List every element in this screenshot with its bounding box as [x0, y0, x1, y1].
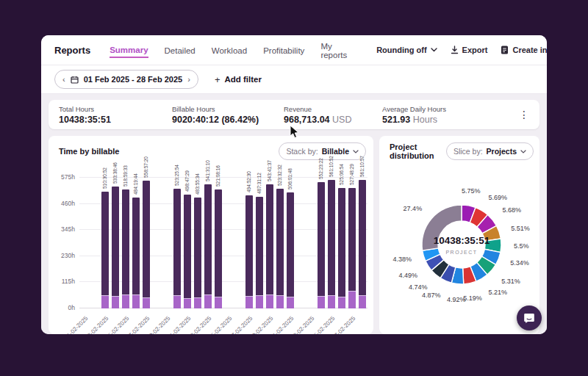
bar-billable-segment[interactable] — [194, 198, 201, 297]
bar-value-label: 518:59:33 — [123, 153, 129, 187]
bar-nonbillable-segment[interactable] — [359, 295, 366, 308]
donut-slice-label: 5.19% — [463, 294, 482, 302]
donut-center-label: PROJECT — [445, 250, 477, 255]
chat-bubble-icon — [523, 312, 535, 324]
donut-slice-label: 4.49% — [399, 272, 418, 279]
bar-billable-segment[interactable] — [328, 180, 335, 295]
bar-value-label: 506:01:48 — [287, 156, 293, 189]
donut-slice-label: 5.21% — [489, 289, 508, 296]
bar-billable-segment[interactable] — [359, 180, 366, 295]
bar-nonbillable-segment[interactable] — [173, 295, 181, 308]
stat-label: Average Daily Hours — [382, 105, 446, 113]
bar-chart-plot: 0h115h230h345h460h575h510:30:52533:38:46… — [49, 136, 373, 334]
bar-value-label: 561:10:57 — [359, 143, 365, 177]
donut-slice-label: 5.31% — [501, 278, 520, 285]
bar-billable-segment[interactable] — [132, 198, 140, 294]
export-label: Export — [462, 46, 488, 54]
bar-billable-segment[interactable] — [112, 187, 119, 296]
bar-billable-segment[interactable] — [348, 188, 356, 291]
bar-nonbillable-segment[interactable] — [245, 296, 253, 308]
donut-center-value: 10438:35:51 — [434, 235, 490, 246]
bar-billable-segment[interactable] — [101, 192, 109, 295]
bar-value-label: 561:10:52 — [329, 143, 334, 177]
bar-value-label: 523:32:32 — [277, 152, 283, 186]
bar-nonbillable-segment[interactable] — [266, 294, 273, 308]
add-filter-label: Add filter — [224, 75, 261, 84]
bar-value-label: 484:19:44 — [133, 161, 139, 195]
bar-billable-segment[interactable] — [204, 184, 212, 294]
bar-value-label: 498:47:29 — [184, 158, 190, 192]
y-axis-tick: 115h — [49, 278, 75, 285]
bar-billable-segment[interactable] — [245, 195, 253, 296]
bar-value-label: 494:52:30 — [246, 159, 252, 192]
calendar-icon — [71, 76, 79, 84]
bar-nonbillable-segment[interactable] — [194, 297, 201, 308]
bar-billable-segment[interactable] — [318, 182, 325, 296]
bar-nonbillable-segment[interactable] — [256, 295, 263, 308]
bar-nonbillable-segment[interactable] — [276, 295, 284, 308]
bar-billable-segment[interactable] — [287, 192, 294, 296]
bar-value-label: 533:38:46 — [112, 150, 118, 184]
filter-bar: ‹ 01 Feb 2025 - 28 Feb 2025 › + Add filt… — [41, 65, 547, 94]
add-filter-button[interactable]: + Add filter — [215, 74, 262, 85]
stat-revenue: Revenue 968,713.04 USD — [284, 105, 382, 125]
stat-average-daily-hours: Average Daily Hours 521.93 Hours — [382, 105, 446, 125]
chat-widget-button[interactable] — [517, 306, 542, 330]
tab-summary[interactable]: Summary — [110, 43, 148, 58]
bar-nonbillable-segment[interactable] — [184, 298, 191, 308]
tab-detailed[interactable]: Detailed — [165, 43, 196, 57]
donut-chart: 5.75%5.69%5.68%5.51%5.5%5.34%5.31%5.21%5… — [379, 136, 539, 334]
bar-nonbillable-segment[interactable] — [348, 291, 356, 308]
bar-nonbillable-segment[interactable] — [338, 297, 345, 308]
bar-billable-segment[interactable] — [143, 181, 150, 297]
bar-nonbillable-segment[interactable] — [318, 296, 325, 308]
bar-billable-segment[interactable] — [276, 189, 284, 295]
create-invoice-button[interactable]: Create invoice — [501, 46, 547, 54]
donut-slice-label: 4.74% — [409, 283, 428, 291]
stat-value: 521.93 Hours — [382, 115, 446, 125]
donut-slice-label: 4.92% — [447, 296, 466, 303]
donut-slice-label: 4.87% — [422, 292, 441, 299]
stat-billable-hours: Billable Hours 9020:40:12 (86.42%) — [172, 105, 284, 125]
stat-value: 10438:35:51 — [59, 115, 172, 125]
bar-nonbillable-segment[interactable] — [132, 294, 140, 308]
export-button[interactable]: Export — [451, 46, 488, 54]
y-axis-tick: 460h — [49, 200, 75, 207]
prev-period-icon[interactable]: ‹ — [62, 76, 65, 84]
bar-nonbillable-segment[interactable] — [215, 297, 222, 308]
time-by-billable-card: Time by billable Stack by: Billable 0h11… — [49, 136, 373, 334]
bar-billable-segment[interactable] — [173, 189, 181, 295]
bar-billable-segment[interactable] — [215, 189, 222, 297]
date-range-label: 01 Feb 2025 - 28 Feb 2025 — [84, 75, 183, 84]
donut-slice-label: 5.34% — [510, 259, 529, 267]
tab-profitability[interactable]: Profitability — [263, 43, 304, 57]
bar-billable-segment[interactable] — [266, 184, 273, 294]
bar-nonbillable-segment[interactable] — [143, 297, 150, 308]
bar-nonbillable-segment[interactable] — [287, 297, 294, 308]
charts-row: Time by billable Stack by: Billable 0h11… — [49, 136, 539, 334]
tab-my-reports[interactable]: My reports — [320, 39, 347, 62]
rounding-dropdown[interactable]: Rounding off — [376, 46, 437, 54]
stats-more-menu[interactable]: ⋮ — [519, 109, 529, 120]
bar-nonbillable-segment[interactable] — [328, 295, 335, 308]
bar-billable-segment[interactable] — [256, 197, 263, 295]
bar-value-label: 521:08:16 — [215, 153, 221, 187]
bar-nonbillable-segment[interactable] — [204, 294, 212, 308]
app-window: Reports Summary Detailed Workload Profit… — [0, 0, 588, 376]
bar-billable-segment[interactable] — [338, 188, 345, 297]
bar-nonbillable-segment[interactable] — [122, 294, 129, 308]
bar-billable-segment[interactable] — [122, 189, 129, 294]
bar-billable-segment[interactable] — [184, 195, 191, 298]
next-period-icon[interactable]: › — [187, 76, 190, 84]
date-range-picker[interactable]: ‹ 01 Feb 2025 - 28 Feb 2025 › — [54, 70, 198, 89]
bar-nonbillable-segment[interactable] — [101, 295, 109, 308]
page-title: Reports — [54, 45, 90, 56]
y-axis-tick: 345h — [49, 225, 75, 233]
stat-label: Revenue — [284, 105, 382, 113]
bar-nonbillable-segment[interactable] — [112, 296, 119, 308]
report-content: Total Hours 10438:35:51 Billable Hours 9… — [41, 94, 547, 334]
tab-workload[interactable]: Workload — [212, 43, 247, 57]
stat-value: 968,713.04 USD — [284, 115, 382, 125]
donut-slice-label: 4.38% — [392, 256, 412, 263]
bar-value-label: 527:48:29 — [349, 151, 355, 185]
